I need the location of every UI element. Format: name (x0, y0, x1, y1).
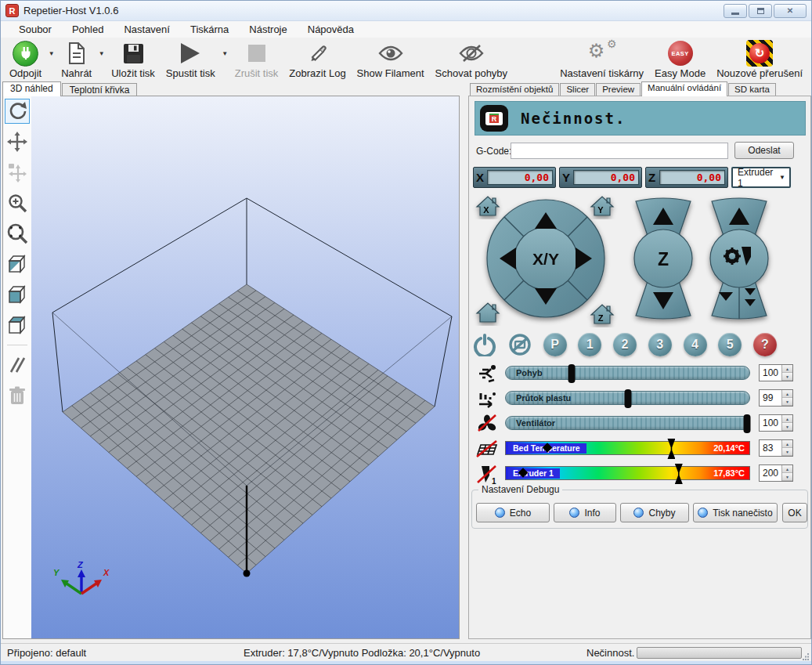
control-tabs: Rozmístění objektů Slicer Preview Manuál… (470, 81, 777, 96)
feedrate-row: Pohyb 100 ▲▼ (469, 366, 812, 383)
extruder-temp-spinner[interactable]: 200 ▲▼ (759, 464, 793, 482)
feedrate-spinner[interactable]: 100 ▲▼ (759, 364, 793, 381)
quick-buttons-row: P 1 2 3 4 5 ? (473, 332, 777, 357)
zoom-fit-button[interactable] (5, 221, 30, 246)
preset-4-button[interactable]: 4 (684, 333, 707, 356)
preset-3-button[interactable]: 3 (648, 333, 672, 356)
hide-travel-button[interactable]: Schovat pohyby (430, 39, 514, 79)
disconnect-dropdown-arrow[interactable]: ▼ (47, 39, 56, 68)
load-button[interactable]: Nahrát (56, 39, 97, 79)
spin-down-icon: ▼ (782, 373, 792, 381)
front-view-button[interactable] (5, 282, 30, 307)
debug-echo-button[interactable]: Echo (476, 503, 550, 522)
spin-up-icon: ▲ (782, 365, 792, 373)
menu-napoveda[interactable]: Nápověda (298, 22, 364, 37)
extruder-select[interactable]: Extruder 1 ▼ (731, 167, 791, 188)
svg-text:X/Y: X/Y (532, 250, 559, 268)
viewport-toolbar (3, 96, 31, 638)
preset-1-button[interactable]: 1 (578, 333, 601, 356)
extruder-pad[interactable] (710, 198, 768, 319)
z-pad[interactable]: Z (634, 198, 692, 319)
menu-soubor[interactable]: Soubor (9, 22, 62, 37)
gcode-input[interactable] (511, 143, 728, 159)
close-button[interactable]: ✕ (774, 4, 807, 18)
repetier-logo-icon: R (480, 105, 508, 132)
top-view-button[interactable] (5, 313, 30, 338)
tab-object-placement[interactable]: Rozmístění objektů (470, 83, 559, 96)
spin-down-icon: ▼ (782, 448, 792, 456)
debug-settings-group: Nastavení Debugu Echo Info Chyby Tisk na… (471, 490, 808, 529)
save-print-button[interactable]: Uložit tisk (106, 39, 161, 79)
disconnect-button[interactable]: Odpojit (4, 39, 47, 79)
app-window: R Repetier-Host V1.0.6 ✕ Soubor Pohled N… (0, 0, 812, 665)
bed-current-temp: 20,14°C (713, 443, 745, 453)
debug-ok-button[interactable]: OK (782, 503, 807, 522)
flow-slider[interactable]: Průtok plastu (505, 391, 750, 405)
xy-pad[interactable]: X/Y (487, 200, 604, 317)
move-view-button[interactable] (5, 129, 30, 154)
echo-indicator (495, 508, 505, 518)
debug-errors-button[interactable]: Chyby (620, 503, 689, 522)
park-button[interactable]: P (543, 333, 567, 356)
preset-5-button[interactable]: 5 (718, 333, 742, 356)
extruder-temp-target-marker[interactable] (675, 464, 683, 484)
tab-preview[interactable]: Preview (596, 83, 641, 96)
easy-mode-button[interactable]: EASY Easy Mode (649, 39, 711, 79)
feedrate-thumb[interactable] (568, 364, 575, 383)
tab-3d-view[interactable]: 3D náhled (2, 81, 61, 96)
fan-slider[interactable]: Ventilátor (505, 416, 750, 430)
parallel-projection-button[interactable] (5, 352, 30, 378)
move-icon (7, 132, 27, 152)
help-button[interactable]: ? (753, 333, 777, 356)
tab-temperature-curve[interactable]: Teplotní křivka (62, 83, 138, 96)
restore-button[interactable] (749, 4, 772, 18)
tab-sd-card[interactable]: SD karta (728, 83, 776, 96)
show-log-button[interactable]: Zobrazit Log (283, 39, 351, 79)
bed-temp-target-marker[interactable] (667, 439, 675, 459)
minimize-button[interactable] (724, 4, 747, 18)
menu-pohled[interactable]: Pohled (62, 22, 114, 37)
load-dropdown-arrow[interactable]: ▼ (97, 39, 106, 68)
rotate-view-button[interactable] (5, 99, 30, 124)
menu-tiskarna[interactable]: Tiskárna (180, 22, 239, 37)
feedrate-slider[interactable]: Pohyb (505, 366, 750, 380)
home-z-button[interactable]: Z (591, 305, 613, 323)
home-x-button[interactable]: X (477, 197, 499, 215)
power-button[interactable] (473, 333, 496, 356)
axis-z-label: Z (77, 560, 84, 569)
emergency-stop-button[interactable]: ↻ Nouzové přerušení (711, 39, 808, 79)
flow-spinner[interactable]: 99 ▲▼ (759, 389, 793, 407)
resize-grip[interactable] (803, 651, 809, 657)
fan-spinner[interactable]: 100 ▲▼ (759, 414, 793, 432)
menu-nastroje[interactable]: Nástroje (239, 22, 297, 37)
printer-settings-button[interactable]: ⚙⚙ Nastavení tiskárny (554, 39, 649, 79)
gcode-label: G-Code: (476, 146, 511, 157)
home-y-button[interactable]: Y (591, 197, 613, 215)
home-all-button[interactable] (477, 303, 499, 322)
x-position-display: X 0,00 (473, 167, 556, 188)
progress-bar (637, 647, 802, 659)
bed-temp-spinner[interactable]: 83 ▲▼ (759, 439, 793, 457)
extruder-temp-slider[interactable]: Extruder 1 17,83°C (505, 466, 750, 480)
debug-info-button[interactable]: Info (554, 503, 616, 522)
send-gcode-button[interactable]: Odeslat (734, 142, 794, 159)
manual-control-panel: R Nečinnost. G-Code: Odeslat X 0,00 Y 0,… (468, 96, 811, 639)
menu-nastaveni[interactable]: Nastavení (114, 22, 180, 37)
fan-thumb[interactable] (743, 414, 750, 433)
tab-manual-control[interactable]: Manuální ovládání (641, 81, 727, 96)
start-print-button[interactable]: Spustit tisk (161, 39, 221, 79)
tab-slicer[interactable]: Slicer (560, 83, 595, 96)
start-dropdown-arrow[interactable]: ▼ (221, 39, 229, 68)
eye-icon (378, 45, 403, 62)
3d-viewport[interactable]: Y Z X (31, 96, 459, 638)
iso-view-button[interactable] (5, 251, 30, 276)
parallel-icon (7, 355, 27, 375)
debug-dry-run-button[interactable]: Tisk nanečisto (693, 503, 778, 522)
motors-off-button[interactable] (508, 333, 532, 356)
show-filament-button[interactable]: Show Filament (352, 39, 430, 79)
pencil-icon (306, 42, 328, 64)
flow-thumb[interactable] (624, 389, 631, 408)
bed-temp-slider[interactable]: Bed Temperature 20,14°C (505, 441, 750, 455)
preset-2-button[interactable]: 2 (613, 333, 637, 356)
zoom-in-button[interactable] (5, 190, 30, 215)
